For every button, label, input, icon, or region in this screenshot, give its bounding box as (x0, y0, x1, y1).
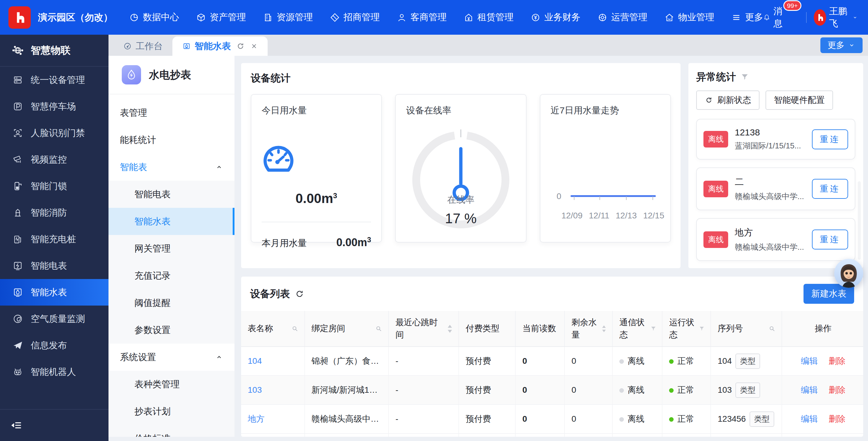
table-row: 地方 赣榆城头高级中学/福... - 预付费 0 0 离线 正常 123456类… (241, 405, 863, 434)
smart-hardware-config-button[interactable]: 智能硬件配置 (766, 90, 833, 110)
subnav-item-smart-water-meter[interactable]: 智能水表 (108, 208, 235, 235)
lease-house-icon (464, 12, 474, 23)
sidebar-item-air-quality[interactable]: 空气质量监测 (0, 305, 108, 332)
col-run-status[interactable]: 运行状态 (662, 311, 711, 347)
tab-workbench[interactable]: 工作台 (113, 36, 173, 56)
pay-type-cell: 预付费 (459, 376, 516, 405)
sidebar-item-electric-meter[interactable]: 智能电表 (0, 253, 108, 279)
sidebar-item-fire-safety[interactable]: 智能消防 (0, 199, 108, 226)
actions-cell: 编辑删除 (782, 376, 863, 405)
assistant-avatar[interactable] (834, 259, 863, 288)
type-tag[interactable]: 类型 (735, 354, 760, 369)
subnav-group-system-settings[interactable]: 系统设置 (108, 344, 235, 371)
subnav-item-smart-electric-meter[interactable]: 智能电表 (108, 181, 235, 208)
today-usage-card: 今日用水量 0.00m3 (251, 94, 382, 242)
user-name: 王鹏飞 (829, 5, 849, 30)
reconnect-button[interactable]: 重连 (812, 230, 848, 249)
subnav-item-meter-type-management[interactable]: 表种类管理 (108, 371, 235, 398)
delete-link[interactable]: 删除 (829, 356, 845, 365)
sidebar-item-charging-pile[interactable]: 智能充电桩 (0, 226, 108, 253)
filter-funnel-icon[interactable] (650, 325, 657, 333)
serial-cell: 123456类型 (711, 405, 781, 434)
user-menu[interactable]: 王鹏飞 (814, 5, 858, 30)
nav-item-operation[interactable]: 运营管理 (597, 11, 647, 24)
filter-funnel-icon[interactable] (699, 325, 705, 333)
offline-status-badge: 离线 (704, 131, 728, 147)
nav-item-finance[interactable]: 业务财务 (530, 11, 581, 24)
sort-icon[interactable] (447, 324, 453, 333)
col-meter-name[interactable]: 表名称 (241, 311, 305, 347)
edit-link[interactable]: 编辑 (801, 385, 818, 394)
scrollbar-track[interactable] (858, 181, 861, 260)
diamond-icon (330, 12, 340, 23)
subnav-item-parameter-settings[interactable]: 参数设置 (108, 317, 235, 344)
filter-funnel-icon[interactable] (740, 73, 749, 82)
sidebar-item-label: 智能充电桩 (31, 233, 76, 245)
type-tag[interactable]: 类型 (735, 382, 760, 398)
nav-item-merchant[interactable]: 客商管理 (397, 11, 447, 24)
nav-item-investment[interactable]: 招商管理 (330, 11, 380, 24)
nav-item-data-center[interactable]: 数据中心 (129, 11, 179, 24)
edit-link[interactable]: 编辑 (801, 356, 818, 365)
subnav-item-recharge-records[interactable]: 充值记录 (108, 262, 235, 289)
brand-logo-icon (13, 11, 26, 24)
col-remaining-water[interactable]: 剩余水量 (564, 311, 613, 347)
collapse-sidebar-icon[interactable] (11, 419, 24, 432)
type-tag[interactable]: 类型 (749, 411, 774, 427)
refresh-tab-icon[interactable] (236, 42, 245, 50)
nav-item-property[interactable]: 物业管理 (664, 11, 714, 24)
nav-item-lease[interactable]: 租赁管理 (464, 11, 514, 24)
meter-name-link[interactable]: 104 (248, 356, 262, 365)
refresh-list-icon[interactable] (295, 289, 304, 299)
sidebar-item-label: 视频监控 (31, 153, 67, 166)
sidebar-item-info-publish[interactable]: 信息发布 (0, 332, 108, 359)
sidebar-item-face-access[interactable]: 人脸识别门禁 (0, 120, 108, 146)
sidebar-item-water-meter[interactable]: 智能水表 (0, 279, 108, 305)
edit-link[interactable]: 编辑 (801, 414, 818, 423)
person-icon (397, 12, 407, 23)
col-bound-room[interactable]: 绑定房间 (305, 311, 389, 347)
refresh-status-button[interactable]: 刷新状态 (696, 90, 760, 110)
subnav-item-gateway[interactable]: 网关管理 (108, 235, 235, 262)
reconnect-button[interactable]: 重连 (812, 179, 848, 199)
subnav-label: 智能水表 (134, 215, 170, 228)
meter-name-link[interactable]: 地方 (248, 414, 265, 423)
nav-item-resource[interactable]: 资源管理 (263, 11, 313, 24)
reconnect-button[interactable]: 重连 (812, 129, 848, 149)
sidebar-item-device-management[interactable]: 统一设备管理 (0, 67, 108, 93)
sidebar-item-smart-lock[interactable]: 智能门锁 (0, 173, 108, 199)
device-location: 赣榆城头高级中学... (735, 191, 805, 202)
pay-type-cell: 预付费 (459, 405, 516, 434)
sidebar-item-label: 人脸识别门禁 (31, 127, 85, 139)
delete-link[interactable]: 删除 (829, 414, 845, 423)
subnav-item-price-standard[interactable]: 价格标准 (108, 425, 235, 437)
col-last-heartbeat[interactable]: 最近心跳时间 (389, 311, 459, 347)
serial-cell: 104类型 (711, 347, 781, 376)
nav-item-more[interactable]: 更多 (731, 11, 763, 24)
meter-name-link[interactable]: 103 (248, 385, 262, 394)
sidebar-item-robot[interactable]: 智能机器人 (0, 359, 108, 385)
delete-link[interactable]: 删除 (829, 385, 845, 394)
nav-label: 租赁管理 (477, 11, 514, 24)
nav-item-asset[interactable]: 资产管理 (196, 11, 246, 24)
subnav-item-meter-management[interactable]: 表管理 (108, 99, 235, 126)
messages-button[interactable]: 消息 99+ (763, 5, 799, 30)
sort-icon[interactable] (601, 324, 607, 333)
sidebar-item-parking[interactable]: 智慧停车场 (0, 93, 108, 120)
trend-line-series (570, 195, 656, 197)
usage-trend-chart: 0 12/09 12/11 (551, 117, 660, 234)
subnav-item-energy-stats[interactable]: 能耗统计 (108, 126, 235, 153)
close-tab-icon[interactable] (250, 42, 258, 50)
subnav-item-threshold-alert[interactable]: 阈值提醒 (108, 289, 235, 317)
search-icon[interactable] (768, 325, 776, 333)
sidebar-item-video-monitor[interactable]: 视频监控 (0, 146, 108, 173)
col-comm-status[interactable]: 通信状态 (613, 311, 662, 347)
subnav-group-smart-meter[interactable]: 智能表 (108, 153, 235, 181)
search-icon[interactable] (291, 325, 299, 333)
tabs-more-button[interactable]: 更多 (820, 37, 863, 53)
search-icon[interactable] (375, 325, 383, 333)
comm-status-cell: 离线 (613, 376, 662, 405)
col-serial[interactable]: 序列号 (711, 311, 781, 347)
tab-smart-water-meter[interactable]: 智能水表 (173, 36, 268, 56)
subnav-item-reading-plan[interactable]: 抄表计划 (108, 398, 235, 425)
